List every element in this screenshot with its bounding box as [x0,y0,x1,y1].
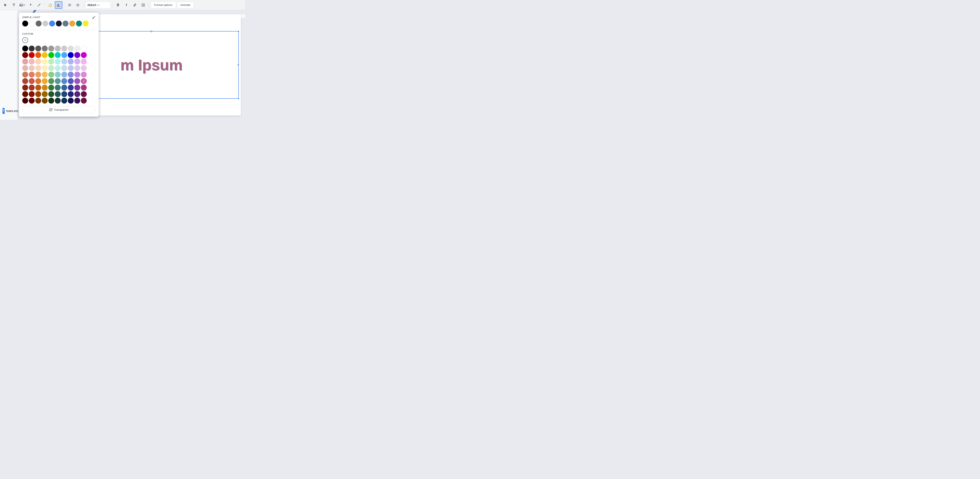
color-dot[interactable] [35,52,41,58]
handle-mr[interactable] [237,64,239,66]
color-dot[interactable] [55,72,61,78]
color-dot[interactable] [48,65,54,71]
color-dot[interactable] [22,98,28,104]
color-dot[interactable] [68,52,74,58]
color-dot[interactable] [29,91,35,97]
handle-tr[interactable] [237,30,239,33]
color-dot[interactable] [35,85,41,91]
line-tool-button[interactable] [35,1,43,9]
bold-button[interactable]: B [114,1,122,9]
color-dot[interactable] [42,52,48,58]
color-lightgray[interactable] [42,21,48,27]
color-dot[interactable] [74,72,80,78]
color-dot[interactable] [29,72,35,78]
color-dot[interactable] [61,52,67,58]
color-dot[interactable] [74,65,80,71]
color-dot[interactable] [35,91,41,97]
color-dot[interactable] [81,91,87,97]
color-dot-selected[interactable] [81,78,87,84]
color-dot[interactable] [35,72,41,78]
color-dot[interactable] [42,72,48,78]
color-dot[interactable] [48,59,54,64]
color-dot[interactable] [68,98,74,104]
color-dot[interactable] [48,91,54,97]
handle-top[interactable] [151,30,152,32]
color-dot[interactable] [74,52,80,58]
color-dot[interactable] [29,85,35,91]
color-dot[interactable] [61,59,67,64]
align-left-button[interactable] [66,1,73,9]
color-dot[interactable] [55,59,61,64]
shape-tool-button[interactable] [27,1,35,9]
color-orange[interactable] [69,21,75,27]
color-dot[interactable] [22,78,28,84]
color-dot[interactable] [48,78,54,84]
text-tool-button[interactable] [10,1,18,9]
color-dot[interactable] [68,59,74,64]
color-dot[interactable] [81,59,87,64]
color-white[interactable] [29,21,35,27]
color-dot[interactable] [29,65,35,71]
color-dot[interactable] [42,85,48,91]
color-dot[interactable] [81,72,87,78]
color-dot[interactable] [74,98,80,104]
color-dot[interactable] [61,46,67,51]
color-dot[interactable] [42,59,48,64]
color-dot[interactable] [55,65,61,71]
line-spacing-button[interactable] [74,1,82,9]
color-dot[interactable] [22,65,28,71]
color-yellow[interactable] [83,21,89,27]
color-teal[interactable] [76,21,82,27]
color-dot[interactable] [61,85,67,91]
format-options-button[interactable]: Format options [151,2,176,8]
color-dot[interactable] [48,85,54,91]
color-dot[interactable] [74,59,80,64]
color-dot[interactable] [55,85,61,91]
color-dot[interactable] [61,72,67,78]
color-dot[interactable] [42,65,48,71]
color-dot[interactable] [81,65,87,71]
color-dot[interactable] [48,98,54,104]
color-steelblue[interactable] [62,21,68,27]
color-black[interactable] [22,21,28,27]
color-dot[interactable] [68,72,74,78]
link-button[interactable] [131,1,138,9]
color-blue[interactable] [49,21,55,27]
color-dot[interactable] [29,52,35,58]
color-dot[interactable] [48,72,54,78]
color-dot[interactable] [74,46,80,51]
color-dot[interactable] [35,78,41,84]
image-tool-button[interactable] [19,1,26,9]
color-dot[interactable] [22,72,28,78]
color-dot[interactable] [74,91,80,97]
color-darknavy[interactable] [56,21,62,27]
color-dot[interactable] [68,85,74,91]
color-dot[interactable] [35,46,41,51]
color-dot[interactable] [74,85,80,91]
color-dot[interactable] [68,78,74,84]
color-dot[interactable] [42,78,48,84]
color-dot[interactable] [81,98,87,104]
color-dot[interactable] [81,85,87,91]
color-dot[interactable] [61,98,67,104]
color-dot[interactable] [42,91,48,97]
color-dot[interactable] [22,91,28,97]
color-dot[interactable] [61,78,67,84]
color-dot[interactable] [22,59,28,64]
color-dot[interactable] [81,52,87,58]
color-dot[interactable] [55,78,61,84]
color-dot[interactable] [29,46,35,51]
animate-button[interactable]: Animate [177,2,194,8]
insert-link-button[interactable] [140,1,147,9]
font-selector[interactable]: Aldrich [86,2,111,8]
color-dot[interactable] [55,52,61,58]
color-dot[interactable] [22,85,28,91]
color-dot[interactable] [42,98,48,104]
add-custom-color-button[interactable]: + [22,37,28,43]
color-dot[interactable] [55,46,61,51]
color-dot[interactable] [29,59,35,64]
edit-icon[interactable] [92,16,96,20]
color-gray[interactable] [36,21,41,27]
text-color-button[interactable]: A [55,1,62,9]
color-dot[interactable] [61,65,67,71]
